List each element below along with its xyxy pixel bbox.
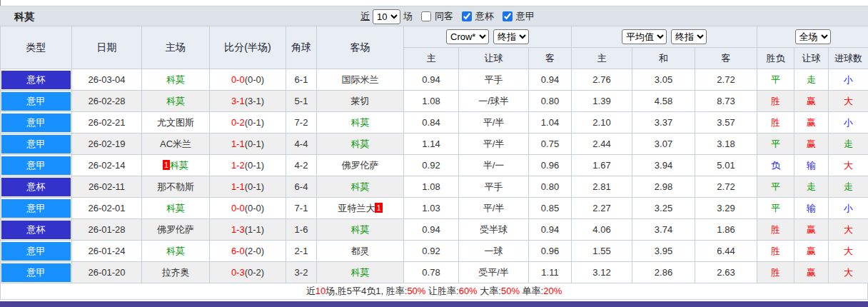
crow-handicap: 平/半: [459, 112, 529, 134]
date-cell: 26-02-11: [72, 176, 142, 198]
near-link[interactable]: 近: [360, 6, 370, 26]
team-name-link[interactable]: 科莫: [166, 74, 185, 85]
crow-handicap: 平手: [459, 176, 529, 198]
half-time-score: (0-1): [245, 139, 264, 149]
half-time-score: (3-1): [245, 96, 264, 106]
competition-type-badge: 意甲: [1, 199, 71, 218]
corner-cell: 1-6: [286, 219, 317, 241]
subheader-crow-away: 客: [529, 48, 572, 69]
home-team: AC米兰: [142, 134, 210, 155]
average-select[interactable]: 平均值: [622, 29, 667, 44]
result-handicap: 赢: [794, 134, 829, 155]
match-rows: 意杯 26-03-04 科莫 0-0(0-0) 6-1 国际米兰 0.94 平手…: [1, 69, 868, 283]
team-name-link[interactable]: 国际米兰: [342, 74, 379, 85]
team-name-link[interactable]: 莱切: [351, 96, 370, 106]
away-team: 都灵: [317, 241, 404, 262]
away-team: 亚特兰大1: [317, 198, 404, 219]
crow-home-odds: 1.14: [404, 134, 459, 155]
italy-cup-checkbox[interactable]: [462, 11, 472, 21]
score-cell: 0-3(0-2): [210, 262, 286, 283]
crow-handicap: 受平/半: [459, 262, 529, 283]
avg-away-odds: 3.29: [695, 198, 757, 219]
result-outcome: 胜: [757, 219, 794, 241]
summary-segment: 单率:: [520, 286, 543, 296]
summary-segment: 大率:: [478, 286, 501, 296]
team-name-link[interactable]: 科莫: [166, 96, 185, 106]
summary-segment: 让胜率:: [425, 286, 458, 296]
half-time-score: (0-0): [245, 74, 264, 85]
bottom-bar: [0, 301, 868, 307]
away-team: 科莫: [317, 219, 404, 241]
full-time-score: 0-3: [231, 267, 245, 278]
col-header-date: 日期: [72, 26, 142, 69]
team-name-link[interactable]: 拉齐奥: [162, 267, 190, 278]
team-name-link[interactable]: 那不勒斯: [157, 181, 194, 192]
team-name-link[interactable]: 亚特兰大: [338, 203, 375, 213]
full-time-score: 1-2: [231, 160, 245, 171]
result-outcome: 胜: [757, 112, 794, 134]
team-name-link[interactable]: 佛罗伦萨: [342, 160, 379, 171]
competition-type-badge: 意甲: [1, 263, 71, 282]
team-name-link[interactable]: 科莫: [351, 224, 370, 235]
competition-type-badge: 意甲: [1, 242, 71, 261]
summary-segment: 10: [316, 286, 326, 296]
home-team: 佛罗伦萨: [142, 219, 210, 241]
score-cell: 1-2(0-1): [210, 155, 286, 176]
team-name-link[interactable]: 科莫: [166, 203, 185, 213]
crow-home-odds: 0.84: [404, 112, 459, 134]
full-time-score: 1-1: [231, 139, 245, 149]
crow-away-odds: 1.11: [529, 262, 572, 283]
italy-cup-label: 意杯: [475, 6, 494, 26]
half-time-score: (0-2): [245, 267, 264, 278]
match-count-select[interactable]: 10: [373, 9, 400, 24]
team-name-link[interactable]: 佛罗伦萨: [157, 224, 194, 235]
score-cell: 0-2(0-1): [210, 112, 286, 134]
result-handicap: 赢: [794, 262, 829, 283]
crow-handicap: 平/半: [459, 134, 529, 155]
crow-home-odds: 0.92: [404, 155, 459, 176]
col-header-score: 比分(半场): [210, 26, 286, 69]
result-goals: 走: [829, 134, 868, 155]
avg-away-odds: 1.86: [695, 219, 757, 241]
team-name-link[interactable]: 科莫: [351, 139, 370, 149]
team-name-link[interactable]: 尤文图斯: [157, 117, 194, 128]
team-name-link[interactable]: 科莫: [166, 246, 185, 256]
team-name-link[interactable]: 科莫: [351, 267, 370, 278]
team-name-link[interactable]: 科莫: [170, 160, 188, 171]
avg-away-odds: 3.57: [695, 112, 757, 134]
avg-home-odds: 1.67: [572, 155, 632, 176]
table-row: 意甲 26-02-14 1科莫 1-2(0-1) 4-2 佛罗伦萨 0.92 半…: [1, 155, 868, 176]
full-time-score: 0-2: [231, 117, 245, 128]
full-time-score: 0-0: [231, 74, 245, 85]
col-header-type: 类型: [1, 26, 72, 69]
result-outcome: 负: [757, 155, 794, 176]
page-title: 科莫: [14, 11, 34, 22]
team-name-link[interactable]: AC米兰: [160, 139, 191, 149]
col-header-corners: 角球: [286, 26, 317, 69]
scope-select[interactable]: 全场: [795, 29, 831, 44]
scope-header-group: 全场: [757, 26, 868, 48]
crow-away-odds: 0.96: [529, 241, 572, 262]
corner-cell: 7-1: [286, 198, 317, 219]
crow-home-odds: 1.03: [404, 198, 459, 219]
matches-suffix-label: 场: [403, 6, 413, 26]
serie-a-checkbox[interactable]: [503, 11, 513, 21]
crow-stage-select[interactable]: 终指: [493, 29, 529, 44]
avg-draw-odds: 3.05: [632, 69, 695, 91]
crow-away-odds: 0.94: [529, 219, 572, 241]
result-outcome: 平: [757, 176, 794, 198]
subheader-result: 胜负: [757, 48, 794, 69]
team-name-link[interactable]: 科莫: [351, 181, 370, 192]
result-outcome: 胜: [757, 91, 794, 112]
match-table: 类型 日期 主场 比分(半场) 角球 客场 Crow* 终指 平均值 终指: [0, 26, 868, 283]
team-name-link[interactable]: 都灵: [351, 246, 370, 256]
team-name-link[interactable]: 科莫: [351, 117, 370, 128]
date-cell: 26-01-24: [72, 241, 142, 262]
result-outcome: 胜: [757, 262, 794, 283]
half-time-score: (1-1): [245, 224, 264, 235]
same-away-checkbox[interactable]: [421, 11, 431, 21]
serie-a-label: 意甲: [516, 6, 535, 26]
bookmaker-select[interactable]: Crow*: [446, 29, 489, 44]
avg-away-odds: 2.63: [695, 262, 757, 283]
average-stage-select[interactable]: 终指: [671, 29, 707, 44]
